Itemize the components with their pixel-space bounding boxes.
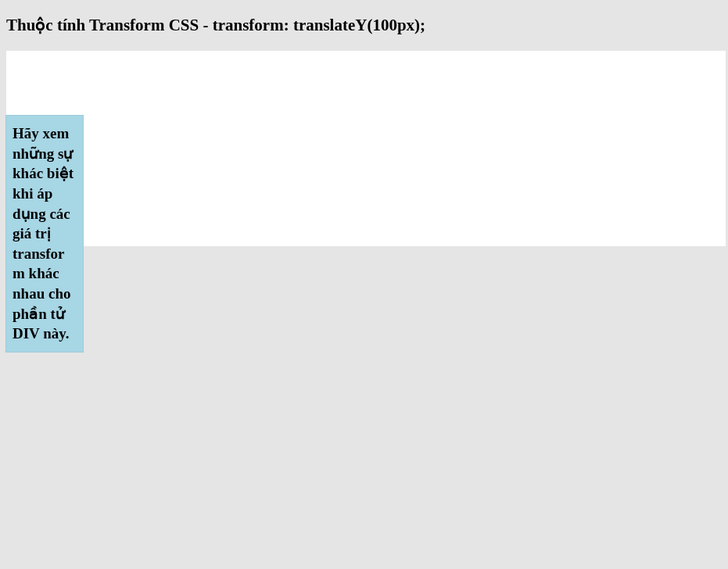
demo-panel: Hãy xem những sự khác biệt khi áp dụng c… (6, 51, 726, 246)
page-container: Thuộc tính Transform CSS - transform: tr… (0, 0, 728, 252)
page-title: Thuộc tính Transform CSS - transform: tr… (6, 16, 722, 35)
transform-demo-box: Hãy xem những sự khác biệt khi áp dụng c… (5, 115, 84, 352)
